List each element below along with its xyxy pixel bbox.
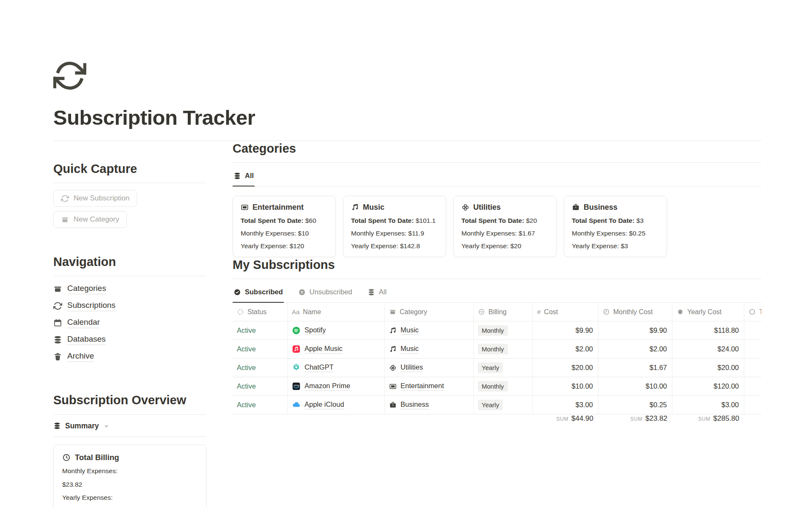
nav-link-label[interactable]: Subscriptions — [67, 301, 115, 311]
column-header-cost[interactable]: # Cost — [533, 303, 598, 321]
category-card-music[interactable]: Music Total Spent To Date: $101.1 Monthl… — [343, 196, 446, 257]
nav-link-label[interactable]: Archive — [67, 351, 94, 362]
status-cell[interactable]: Active — [233, 321, 288, 340]
column-header-name[interactable]: Aa Name — [288, 303, 385, 321]
subscription-page-link[interactable]: ChatGPT — [304, 363, 334, 372]
billing-tag[interactable]: Monthly — [478, 344, 508, 354]
billing-tag[interactable]: Monthly — [478, 381, 508, 392]
monthly-cost-cell[interactable]: $9.90 — [598, 321, 672, 340]
category-cell[interactable]: Entertainment — [385, 377, 474, 395]
total-spent-value: $60 — [305, 217, 316, 224]
column-header-truncated[interactable]: T — [744, 303, 761, 321]
sidebar-item-archive[interactable]: Archive — [53, 351, 206, 362]
nav-link-label[interactable]: Calendar — [67, 318, 100, 328]
yearly-cost-sum[interactable]: SUM $285.80 — [672, 414, 744, 434]
category-page-link[interactable]: Entertainment — [401, 382, 444, 391]
summary-view-tab[interactable]: Summary — [53, 422, 206, 437]
sum-label: SUM — [631, 416, 642, 422]
empty-cell[interactable] — [744, 340, 761, 358]
column-header-billing[interactable]: Billing — [474, 303, 533, 321]
billing-tag[interactable]: Yearly — [478, 362, 503, 373]
cost-sum[interactable]: SUM $44.90 — [533, 414, 598, 434]
nav-link-label[interactable]: Databases — [67, 334, 106, 345]
monthly-cost-sum[interactable]: SUM $23.82 — [598, 414, 672, 434]
monthly-cost-cell[interactable]: $1.67 — [598, 359, 672, 377]
empty-cell[interactable] — [744, 396, 761, 414]
tab-all-subscriptions[interactable]: All — [367, 279, 387, 303]
spotify-icon — [292, 326, 301, 335]
category-page-link[interactable]: Utilities — [401, 363, 423, 372]
category-card-title: Music — [363, 203, 384, 212]
billing-cell[interactable]: Monthly — [474, 340, 533, 358]
cost-cell[interactable]: $10.00 — [533, 377, 598, 395]
empty-cell[interactable] — [744, 359, 761, 377]
billing-cell[interactable]: Yearly — [474, 396, 533, 414]
billing-cell[interactable]: Monthly — [474, 377, 533, 395]
empty-cell[interactable] — [744, 321, 761, 340]
billing-tag[interactable]: Monthly — [478, 325, 508, 336]
category-page-link[interactable]: Business — [401, 400, 429, 409]
column-header-yearly-cost[interactable]: Yearly Cost — [672, 303, 744, 321]
subscription-page-link[interactable]: Spotify — [304, 326, 326, 335]
sidebar-item-databases[interactable]: Databases — [53, 334, 206, 345]
category-page-link[interactable]: Music — [401, 345, 419, 354]
cost-cell[interactable]: $3.00 — [533, 396, 598, 414]
yearly-cost-cell[interactable]: $3.00 — [672, 396, 744, 414]
category-cell[interactable]: Music — [385, 340, 474, 358]
new-category-button[interactable]: New Category — [53, 211, 127, 228]
subscription-page-link[interactable]: Apple Music — [304, 345, 343, 354]
name-cell[interactable]: ChatGPT — [288, 359, 385, 377]
category-cell[interactable]: Business — [385, 396, 474, 414]
category-card-entertainment[interactable]: Entertainment Total Spent To Date: $60 M… — [233, 196, 336, 257]
tab-label: Subscribed — [245, 288, 283, 296]
status-cell[interactable]: Active — [233, 340, 288, 358]
yearly-cost-cell[interactable]: $20.00 — [672, 359, 744, 377]
status-cell[interactable]: Active — [233, 359, 288, 377]
nav-link-label[interactable]: Categories — [67, 284, 106, 294]
subscription-page-link[interactable]: Amazon Prime — [304, 382, 350, 391]
category-cell[interactable]: Utilities — [385, 359, 474, 377]
column-header-category[interactable]: Category — [385, 303, 474, 321]
card-yearly-line: Yearly Expense: $20 — [461, 242, 549, 250]
tab-unsubscribed[interactable]: Unsubscribed — [297, 279, 353, 303]
category-card-utilities[interactable]: Utilities Total Spent To Date: $20 Month… — [453, 196, 557, 257]
new-subscription-button[interactable]: New Subscription — [53, 190, 137, 207]
name-cell[interactable]: Apple Music — [288, 340, 385, 358]
status-cell[interactable]: Active — [233, 377, 288, 395]
cost-cell[interactable]: $2.00 — [533, 340, 598, 358]
name-cell[interactable]: prime Amazon Prime — [288, 377, 385, 395]
tab-label: Unsubscribed — [310, 288, 352, 296]
billing-cell[interactable]: Monthly — [474, 321, 533, 340]
monthly-cost-cell[interactable]: $10.00 — [598, 377, 672, 395]
tab-all-categories[interactable]: All — [233, 163, 255, 186]
monthly-cost-cell[interactable]: $0.25 — [598, 396, 672, 414]
name-cell[interactable]: Spotify — [288, 321, 385, 340]
status-cell[interactable]: Active — [233, 396, 288, 414]
tv-icon — [241, 203, 249, 211]
tab-subscribed[interactable]: Subscribed — [233, 279, 284, 303]
filled-circle-icon — [677, 308, 684, 315]
sidebar-item-calendar[interactable]: Calendar — [53, 318, 206, 328]
subscriptions-table: Status Aa Name Category — [233, 303, 761, 434]
category-page-link[interactable]: Music — [401, 326, 419, 335]
empty-cell[interactable] — [744, 377, 761, 395]
name-cell[interactable]: Apple iCloud — [288, 396, 385, 414]
sidebar-item-subscriptions[interactable]: Subscriptions — [53, 301, 206, 311]
yearly-cost-cell[interactable]: $24.00 — [672, 340, 744, 358]
cost-cell[interactable]: $20.00 — [533, 359, 598, 377]
column-header-status[interactable]: Status — [233, 303, 288, 321]
subscription-page-link[interactable]: Apple iCloud — [304, 400, 344, 409]
billing-cell[interactable]: Yearly — [474, 359, 533, 377]
yearly-cost-cell[interactable]: $118.80 — [672, 321, 744, 340]
sidebar-item-categories[interactable]: Categories — [53, 284, 206, 294]
monthly-cost-cell[interactable]: $2.00 — [598, 340, 672, 358]
status-dashed-circle-icon — [237, 308, 244, 315]
billing-tag[interactable]: Yearly — [478, 400, 503, 410]
category-card-business[interactable]: Business Total Spent To Date: $3 Monthly… — [564, 196, 667, 257]
column-header-monthly-cost[interactable]: Monthly Cost — [598, 303, 672, 321]
yearly-expenses-label: Yearly Expenses: — [62, 493, 198, 502]
yearly-cost-cell[interactable]: $120.00 — [672, 377, 744, 395]
category-box-icon — [53, 285, 62, 293]
cost-cell[interactable]: $9.90 — [533, 321, 598, 340]
category-cell[interactable]: Music — [385, 321, 474, 340]
